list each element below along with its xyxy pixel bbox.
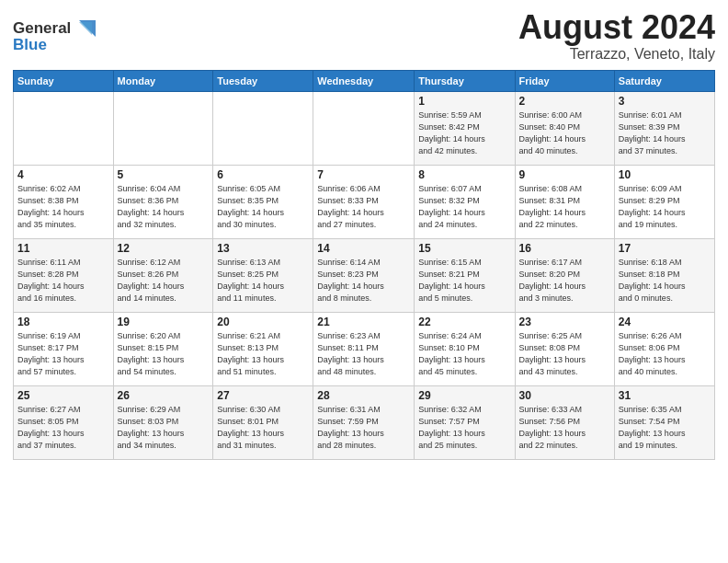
day-cell: 25Sunrise: 6:27 AM Sunset: 8:05 PM Dayli… bbox=[14, 385, 114, 459]
day-cell: 12Sunrise: 6:12 AM Sunset: 8:26 PM Dayli… bbox=[113, 238, 213, 312]
day-info: Sunrise: 6:11 AM Sunset: 8:28 PM Dayligh… bbox=[17, 257, 109, 304]
day-cell: 2Sunrise: 6:00 AM Sunset: 8:40 PM Daylig… bbox=[515, 91, 614, 165]
day-info: Sunrise: 6:08 AM Sunset: 8:31 PM Dayligh… bbox=[519, 183, 610, 231]
day-cell: 29Sunrise: 6:32 AM Sunset: 7:57 PM Dayli… bbox=[415, 385, 515, 459]
day-info: Sunrise: 6:12 AM Sunset: 8:26 PM Dayligh… bbox=[118, 257, 210, 304]
day-number: 4 bbox=[17, 168, 109, 181]
day-info: Sunrise: 6:09 AM Sunset: 8:29 PM Dayligh… bbox=[619, 183, 711, 231]
weekday-row: Sunday Monday Tuesday Wednesday Thursday… bbox=[14, 70, 715, 91]
day-info: Sunrise: 6:02 AM Sunset: 8:38 PM Dayligh… bbox=[17, 183, 109, 231]
day-cell: 18Sunrise: 6:19 AM Sunset: 8:17 PM Dayli… bbox=[14, 312, 114, 385]
day-number: 2 bbox=[519, 95, 610, 108]
day-info: Sunrise: 6:26 AM Sunset: 8:06 PM Dayligh… bbox=[619, 330, 711, 378]
day-cell: 30Sunrise: 6:33 AM Sunset: 7:56 PM Dayli… bbox=[515, 385, 614, 459]
day-number: 11 bbox=[17, 242, 109, 255]
calendar-title: August 2024 bbox=[518, 9, 715, 46]
day-cell: 1Sunrise: 5:59 AM Sunset: 8:42 PM Daylig… bbox=[415, 91, 515, 165]
day-cell: 23Sunrise: 6:25 AM Sunset: 8:08 PM Dayli… bbox=[515, 312, 614, 385]
day-cell bbox=[14, 91, 114, 165]
day-info: Sunrise: 6:13 AM Sunset: 8:25 PM Dayligh… bbox=[217, 257, 309, 304]
svg-marker-3 bbox=[79, 22, 92, 35]
day-number: 18 bbox=[17, 316, 109, 328]
day-number: 19 bbox=[118, 316, 210, 328]
day-info: Sunrise: 6:00 AM Sunset: 8:40 PM Dayligh… bbox=[519, 109, 610, 157]
day-number: 1 bbox=[418, 95, 510, 108]
day-cell: 13Sunrise: 6:13 AM Sunset: 8:25 PM Dayli… bbox=[213, 238, 313, 312]
day-cell: 19Sunrise: 6:20 AM Sunset: 8:15 PM Dayli… bbox=[113, 312, 213, 385]
day-number: 21 bbox=[317, 316, 410, 328]
day-info: Sunrise: 6:33 AM Sunset: 7:56 PM Dayligh… bbox=[519, 404, 610, 452]
calendar-table: Sunday Monday Tuesday Wednesday Thursday… bbox=[13, 70, 715, 460]
day-cell: 8Sunrise: 6:07 AM Sunset: 8:32 PM Daylig… bbox=[415, 165, 515, 238]
day-number: 12 bbox=[118, 242, 210, 255]
day-number: 17 bbox=[619, 242, 711, 255]
day-cell: 14Sunrise: 6:14 AM Sunset: 8:23 PM Dayli… bbox=[313, 238, 415, 312]
day-info: Sunrise: 6:07 AM Sunset: 8:32 PM Dayligh… bbox=[418, 183, 510, 231]
day-cell: 21Sunrise: 6:23 AM Sunset: 8:11 PM Dayli… bbox=[313, 312, 415, 385]
logo: General Blue bbox=[13, 13, 109, 61]
day-cell: 3Sunrise: 6:01 AM Sunset: 8:39 PM Daylig… bbox=[614, 91, 714, 165]
day-cell: 17Sunrise: 6:18 AM Sunset: 8:18 PM Dayli… bbox=[614, 238, 714, 312]
day-number: 15 bbox=[418, 242, 510, 255]
day-info: Sunrise: 6:30 AM Sunset: 8:01 PM Dayligh… bbox=[217, 404, 309, 452]
day-number: 24 bbox=[619, 316, 711, 328]
day-info: Sunrise: 6:27 AM Sunset: 8:05 PM Dayligh… bbox=[17, 404, 109, 452]
day-info: Sunrise: 6:21 AM Sunset: 8:13 PM Dayligh… bbox=[217, 330, 309, 378]
day-info: Sunrise: 6:06 AM Sunset: 8:33 PM Dayligh… bbox=[317, 183, 410, 231]
day-cell: 22Sunrise: 6:24 AM Sunset: 8:10 PM Dayli… bbox=[415, 312, 515, 385]
day-number: 7 bbox=[317, 168, 410, 181]
day-number: 26 bbox=[118, 389, 210, 402]
calendar-header: Sunday Monday Tuesday Wednesday Thursday… bbox=[14, 70, 715, 91]
day-cell: 16Sunrise: 6:17 AM Sunset: 8:20 PM Dayli… bbox=[515, 238, 614, 312]
day-number: 25 bbox=[17, 389, 109, 402]
day-number: 16 bbox=[519, 242, 610, 255]
day-number: 31 bbox=[619, 389, 711, 402]
day-number: 22 bbox=[418, 316, 510, 328]
day-info: Sunrise: 6:05 AM Sunset: 8:35 PM Dayligh… bbox=[217, 183, 309, 231]
day-info: Sunrise: 6:24 AM Sunset: 8:10 PM Dayligh… bbox=[418, 330, 510, 378]
day-info: Sunrise: 6:32 AM Sunset: 7:57 PM Dayligh… bbox=[418, 404, 510, 452]
day-info: Sunrise: 6:29 AM Sunset: 8:03 PM Dayligh… bbox=[118, 404, 210, 452]
col-thursday: Thursday bbox=[415, 70, 515, 91]
svg-text:Blue: Blue bbox=[13, 36, 47, 53]
day-cell: 31Sunrise: 6:35 AM Sunset: 7:54 PM Dayli… bbox=[614, 385, 714, 459]
col-sunday: Sunday bbox=[14, 70, 114, 91]
col-tuesday: Tuesday bbox=[213, 70, 313, 91]
day-number: 13 bbox=[217, 242, 309, 255]
calendar-body: 1Sunrise: 5:59 AM Sunset: 8:42 PM Daylig… bbox=[14, 91, 715, 459]
week-row-4: 18Sunrise: 6:19 AM Sunset: 8:17 PM Dayli… bbox=[14, 312, 715, 385]
day-number: 28 bbox=[317, 389, 410, 402]
day-info: Sunrise: 6:25 AM Sunset: 8:08 PM Dayligh… bbox=[519, 330, 610, 378]
day-number: 20 bbox=[217, 316, 309, 328]
day-cell: 11Sunrise: 6:11 AM Sunset: 8:28 PM Dayli… bbox=[14, 238, 114, 312]
day-cell: 9Sunrise: 6:08 AM Sunset: 8:31 PM Daylig… bbox=[515, 165, 614, 238]
col-wednesday: Wednesday bbox=[313, 70, 415, 91]
day-cell: 20Sunrise: 6:21 AM Sunset: 8:13 PM Dayli… bbox=[213, 312, 313, 385]
week-row-5: 25Sunrise: 6:27 AM Sunset: 8:05 PM Dayli… bbox=[14, 385, 715, 459]
day-number: 10 bbox=[619, 168, 711, 181]
day-info: Sunrise: 6:18 AM Sunset: 8:18 PM Dayligh… bbox=[619, 257, 711, 304]
day-info: Sunrise: 6:19 AM Sunset: 8:17 PM Dayligh… bbox=[17, 330, 109, 378]
day-number: 27 bbox=[217, 389, 309, 402]
day-number: 8 bbox=[418, 168, 510, 181]
day-cell: 24Sunrise: 6:26 AM Sunset: 8:06 PM Dayli… bbox=[614, 312, 714, 385]
day-cell: 5Sunrise: 6:04 AM Sunset: 8:36 PM Daylig… bbox=[113, 165, 213, 238]
svg-text:General: General bbox=[13, 19, 71, 37]
day-cell bbox=[313, 91, 415, 165]
day-cell: 26Sunrise: 6:29 AM Sunset: 8:03 PM Dayli… bbox=[113, 385, 213, 459]
day-info: Sunrise: 6:14 AM Sunset: 8:23 PM Dayligh… bbox=[317, 257, 410, 304]
day-number: 14 bbox=[317, 242, 410, 255]
day-info: Sunrise: 6:31 AM Sunset: 7:59 PM Dayligh… bbox=[317, 404, 410, 452]
week-row-3: 11Sunrise: 6:11 AM Sunset: 8:28 PM Dayli… bbox=[14, 238, 715, 312]
day-cell bbox=[113, 91, 213, 165]
day-number: 9 bbox=[519, 168, 610, 181]
day-cell: 7Sunrise: 6:06 AM Sunset: 8:33 PM Daylig… bbox=[313, 165, 415, 238]
logo-text: General Blue bbox=[13, 13, 109, 61]
day-number: 6 bbox=[217, 168, 309, 181]
title-block: August 2024 Terrazzo, Veneto, Italy bbox=[518, 9, 715, 63]
week-row-2: 4Sunrise: 6:02 AM Sunset: 8:38 PM Daylig… bbox=[14, 165, 715, 238]
col-friday: Friday bbox=[515, 70, 614, 91]
day-info: Sunrise: 6:35 AM Sunset: 7:54 PM Dayligh… bbox=[619, 404, 711, 452]
week-row-1: 1Sunrise: 5:59 AM Sunset: 8:42 PM Daylig… bbox=[14, 91, 715, 165]
day-cell: 6Sunrise: 6:05 AM Sunset: 8:35 PM Daylig… bbox=[213, 165, 313, 238]
